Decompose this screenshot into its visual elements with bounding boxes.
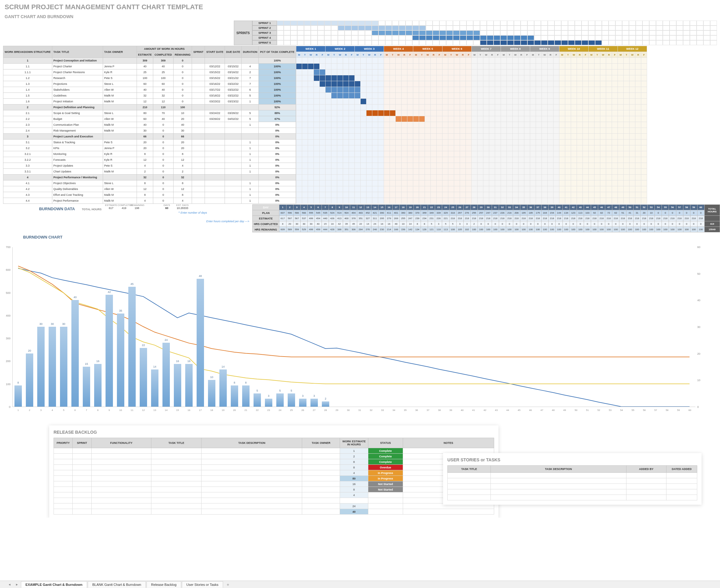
chart-bar: 14 [151, 370, 158, 407]
gantt-bar-row [296, 99, 647, 105]
gantt-row: 4 Project Performance / Monitoring 32 0 … [3, 174, 296, 181]
backlog-row: 8Not Started [54, 487, 494, 492]
chart-bar: 16 [94, 364, 102, 407]
chart-bar: 5 [254, 394, 261, 407]
chart-bar: 10 [208, 380, 215, 407]
gantt-row: 4.4 Project Performance Malik M 4 0 4 1 … [3, 198, 296, 204]
backlog-row [54, 498, 494, 503]
footer-label-remaining: REMAINING [131, 204, 143, 207]
gantt-row: 3.2.2 Forecasts Kyle R 12 0 12 1 0% [3, 157, 296, 163]
total-est: 617 [105, 207, 118, 211]
total-rem: 198 [131, 207, 143, 211]
gantt-bar-row [296, 116, 647, 122]
gantt-row: 4.1 Project Objectives Steve L 8 0 8 1 0… [3, 181, 296, 186]
gantt-row: 3.3 Project Updates Pete S 4 0 4 1 0% [3, 163, 296, 169]
chart-bar: 8 [15, 385, 22, 407]
story-row [448, 484, 697, 489]
chart-bar: 14 [219, 370, 227, 407]
user-stories-title: USER STORIES or TASKS [447, 457, 697, 462]
burndown-data-table: DAY1234567891011121314151617181920212223… [252, 204, 720, 232]
total-comp: 419 [118, 207, 131, 211]
release-backlog-table: PRIORITYSPRINTFUNCTIONALITYTASK TITLETAS… [54, 438, 494, 514]
chart-bar: 15 [83, 367, 90, 407]
backlog-row: 24 [54, 503, 494, 509]
total-hours-label: TOTAL HOURS [82, 208, 102, 211]
gantt-bar-row [296, 163, 647, 169]
gantt-row: 3.3.1 Chart Updates Malik M 2 0 2 1 0% [3, 169, 296, 174]
gantt-row: 4.2 Quality Deliverables Allen W 12 0 12… [3, 186, 296, 192]
gantt-row: 2 Project Definition and Planning 210 11… [3, 105, 296, 110]
chart-bar: 8 [242, 385, 249, 407]
gantt-row: 2.3 Communication Plan Malik M 40 0 40 1… [3, 122, 296, 128]
user-stories-table: TASK TITLETASK DESCRIPTIONADDED BYDATED … [447, 465, 697, 500]
chart-bar: 30 [60, 327, 67, 407]
gantt-bar-row [296, 87, 647, 93]
section-title-gantt: GANTT CHART AND BURNDOWN [0, 13, 720, 21]
backlog-row: 4 [54, 492, 494, 498]
gantt-bar-row [296, 192, 647, 198]
footer-label-estimate: ESTIMATE [105, 204, 118, 207]
chart-bar: 3 [311, 399, 318, 407]
gantt-bar-row [296, 140, 647, 145]
gantt-row: 4.3 Effort and Cost Tracking Malik M 8 0… [3, 192, 296, 198]
gantt-bar-row [296, 64, 647, 69]
story-row [448, 495, 697, 500]
chart-bar: 3 [299, 399, 306, 407]
gantt-bar-row [296, 81, 647, 87]
hint-enter-hrs: Enter hours completed per day —> [191, 220, 249, 223]
gantt-bar-row [296, 198, 647, 204]
user-stories-card: USER STORIES or TASKS TASK TITLETASK DES… [443, 453, 702, 505]
gantt-bar-row [296, 122, 647, 128]
total-est-days: 10.28333 [173, 207, 192, 211]
story-row [448, 489, 697, 495]
burndown-chart: 0100200300400500600700 0102030405060 812… [3, 247, 705, 419]
backlog-row: 16Not Started [54, 481, 494, 487]
gantt-bar-row [296, 186, 647, 192]
sprints-header: SPRINTS SPRINT 1SPRINT 2SPRINT 3SPRINT 4… [234, 21, 720, 45]
chart-bar: 2 [322, 401, 329, 407]
chart-bar: 48 [197, 279, 204, 407]
chart-bar: 16 [185, 364, 193, 407]
chart-bar: 22 [140, 348, 147, 407]
backlog-row: 4In Progress [54, 470, 494, 476]
chart-bar: 5 [288, 394, 295, 407]
gantt-bar-row [296, 134, 647, 140]
gantt-bar-row [296, 151, 647, 157]
footer-label-estdays: EST. DAYS [173, 204, 192, 207]
gantt-right-grid: WEEK 1WEEK 2WEEK 3WEEK 4WEEK 5WEEK 6WEEK… [296, 46, 647, 204]
gantt-row: 1.1 Project Charter Jenna P 40 40 0 03/1… [3, 64, 296, 69]
gantt-bar-row [296, 105, 647, 110]
page-title: SCRUM PROJECT MANAGEMENT GANTT CHART TEM… [0, 0, 720, 13]
gantt-row: 1.5 Guidelines Malik M 32 32 0 03/18/22 … [3, 93, 296, 99]
backlog-row: 80In Progress [54, 476, 494, 481]
sprints-label: SPRINTS [234, 21, 252, 45]
release-backlog-title: RELEASE BACKLOG [54, 430, 494, 435]
gantt-row: 3.1 Status & Tracking Pete S 20 0 20 1 0… [3, 140, 296, 145]
gantt-bar-row [296, 174, 647, 181]
gantt-row: 3.2 KPIs Jenna P 20 0 20 1 0% [3, 145, 296, 151]
story-row [448, 478, 697, 484]
gantt-row: 1.3 Projections Steve L 60 60 0 03/16/22… [3, 81, 296, 87]
gantt-row: 3 Project Launch and Execution 66 0 66 0… [3, 134, 296, 140]
chart-bar: 16 [174, 364, 181, 407]
sprint-row-label: SPRINT 5 [252, 40, 277, 45]
gantt-bar-row [296, 128, 647, 134]
chart-bar: 42 [105, 295, 113, 407]
burndown-data-title: BURNDOWN DATA [39, 207, 75, 211]
sprint-row-label: SPRINT 2 [252, 25, 277, 30]
backlog-row: 8Complete [54, 459, 494, 465]
gantt-left-table: WORK BREAKDOWN STRUCTURE TASK TITLE TASK… [3, 46, 296, 204]
gantt-bar-row [296, 69, 647, 75]
gantt-row: 2.1 Scope & Goal Setting Steve L 80 70 1… [3, 110, 296, 116]
sprint-row-label: SPRINT 1 [252, 21, 277, 25]
burndown-chart-title: BURNDOWN CHART [0, 232, 720, 241]
gantt-bar-row [296, 110, 647, 116]
backlog-row: 8Overdue [54, 465, 494, 470]
gantt-row: 1.2 Research Pete S 100 100 0 03/15/22 0… [3, 75, 296, 81]
chart-bar: 5 [276, 394, 284, 407]
total-days: 60 [160, 207, 173, 211]
chart-bar: 40 [72, 300, 79, 407]
gantt-row: 1.1.1 Project Charter Revisions Kyle R 2… [3, 69, 296, 75]
chart-bar: 3 [265, 399, 272, 407]
gantt-row: 2.2 Budget Allen W 60 40 20 03/29/22 04/… [3, 116, 296, 122]
